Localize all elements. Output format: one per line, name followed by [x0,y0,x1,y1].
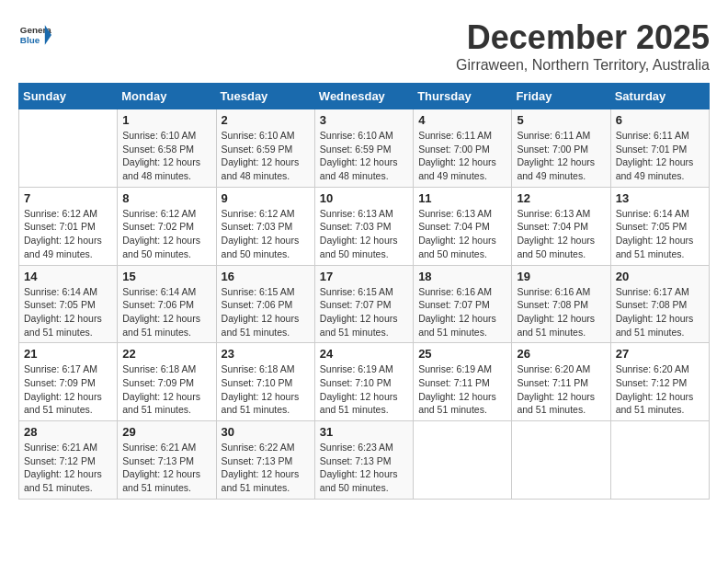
calendar-cell: 25Sunrise: 6:19 AMSunset: 7:11 PMDayligh… [414,343,512,421]
day-number: 1 [122,113,210,127]
calendar-cell: 17Sunrise: 6:15 AMSunset: 7:07 PMDayligh… [314,265,413,343]
logo: General Blue [18,18,51,52]
day-info: Sunrise: 6:14 AMSunset: 7:06 PMDaylight:… [122,285,210,339]
calendar-cell: 12Sunrise: 6:13 AMSunset: 7:04 PMDayligh… [512,187,610,265]
day-number: 13 [616,191,704,205]
day-number: 31 [320,425,408,439]
day-number: 11 [418,191,506,205]
day-info: Sunrise: 6:18 AMSunset: 7:10 PMDaylight:… [222,362,310,417]
calendar-cell: 14Sunrise: 6:14 AMSunset: 7:05 PMDayligh… [19,265,118,343]
day-info: Sunrise: 6:13 AMSunset: 7:03 PMDaylight:… [320,207,408,261]
day-number: 26 [517,347,605,361]
calendar-cell: 24Sunrise: 6:19 AMSunset: 7:10 PMDayligh… [314,343,413,421]
day-info: Sunrise: 6:17 AMSunset: 7:09 PMDaylight:… [24,362,112,417]
day-number: 25 [418,347,506,361]
calendar-cell [512,421,610,500]
svg-text:Blue: Blue [20,35,40,45]
calendar-week-3: 14Sunrise: 6:14 AMSunset: 7:05 PMDayligh… [19,265,710,343]
day-number: 22 [122,347,210,361]
column-header-tuesday: Tuesday [216,84,314,109]
calendar-week-4: 21Sunrise: 6:17 AMSunset: 7:09 PMDayligh… [19,343,710,421]
day-info: Sunrise: 6:21 AMSunset: 7:13 PMDaylight:… [122,441,210,495]
day-info: Sunrise: 6:14 AMSunset: 7:05 PMDaylight:… [24,285,112,339]
header-row: SundayMondayTuesdayWednesdayThursdayFrid… [19,84,710,109]
day-info: Sunrise: 6:15 AMSunset: 7:07 PMDaylight:… [320,285,408,339]
day-info: Sunrise: 6:10 AMSunset: 6:58 PMDaylight:… [122,129,210,183]
calendar-cell: 5Sunrise: 6:11 AMSunset: 7:00 PMDaylight… [512,109,610,188]
day-info: Sunrise: 6:11 AMSunset: 7:00 PMDaylight:… [418,129,506,183]
day-number: 20 [616,270,704,283]
calendar-cell: 3Sunrise: 6:10 AMSunset: 6:59 PMDaylight… [314,109,413,188]
day-number: 12 [517,191,605,205]
day-number: 16 [222,270,310,283]
day-info: Sunrise: 6:16 AMSunset: 7:08 PMDaylight:… [517,285,605,339]
column-header-monday: Monday [118,84,216,109]
header: General Blue December 2025 Girraween, No… [18,18,710,74]
day-info: Sunrise: 6:23 AMSunset: 7:13 PMDaylight:… [320,441,408,495]
day-info: Sunrise: 6:20 AMSunset: 7:11 PMDaylight:… [517,362,605,417]
day-info: Sunrise: 6:14 AMSunset: 7:05 PMDaylight:… [616,207,704,261]
calendar-cell: 15Sunrise: 6:14 AMSunset: 7:06 PMDayligh… [118,265,216,343]
calendar-week-1: 1Sunrise: 6:10 AMSunset: 6:58 PMDaylight… [19,109,710,188]
calendar-cell: 26Sunrise: 6:20 AMSunset: 7:11 PMDayligh… [512,343,610,421]
calendar-cell: 20Sunrise: 6:17 AMSunset: 7:08 PMDayligh… [610,265,709,343]
calendar-week-5: 28Sunrise: 6:21 AMSunset: 7:12 PMDayligh… [19,421,710,500]
day-info: Sunrise: 6:13 AMSunset: 7:04 PMDaylight:… [418,207,506,261]
day-info: Sunrise: 6:11 AMSunset: 7:01 PMDaylight:… [616,129,704,183]
column-header-sunday: Sunday [19,84,118,109]
month-title: December 2025 [456,18,710,57]
day-number: 4 [418,113,506,127]
calendar-cell: 29Sunrise: 6:21 AMSunset: 7:13 PMDayligh… [118,421,216,500]
column-header-thursday: Thursday [414,84,512,109]
calendar-cell: 31Sunrise: 6:23 AMSunset: 7:13 PMDayligh… [314,421,413,500]
day-info: Sunrise: 6:22 AMSunset: 7:13 PMDaylight:… [222,441,310,495]
day-number: 5 [517,113,605,127]
day-info: Sunrise: 6:17 AMSunset: 7:08 PMDaylight:… [616,285,704,339]
day-info: Sunrise: 6:16 AMSunset: 7:07 PMDaylight:… [418,285,506,339]
calendar-cell: 8Sunrise: 6:12 AMSunset: 7:02 PMDaylight… [118,187,216,265]
day-info: Sunrise: 6:10 AMSunset: 6:59 PMDaylight:… [320,129,408,183]
day-number: 28 [24,425,112,439]
calendar-cell: 28Sunrise: 6:21 AMSunset: 7:12 PMDayligh… [19,421,118,500]
day-number: 17 [320,270,408,283]
column-header-saturday: Saturday [610,84,709,109]
day-info: Sunrise: 6:19 AMSunset: 7:11 PMDaylight:… [418,362,506,417]
calendar-cell: 13Sunrise: 6:14 AMSunset: 7:05 PMDayligh… [610,187,709,265]
day-number: 30 [222,425,310,439]
calendar-cell: 6Sunrise: 6:11 AMSunset: 7:01 PMDaylight… [610,109,709,188]
calendar-cell: 27Sunrise: 6:20 AMSunset: 7:12 PMDayligh… [610,343,709,421]
logo-icon: General Blue [18,18,51,52]
day-info: Sunrise: 6:20 AMSunset: 7:12 PMDaylight:… [616,362,704,417]
day-number: 2 [222,113,310,127]
day-number: 19 [517,270,605,283]
calendar-cell: 19Sunrise: 6:16 AMSunset: 7:08 PMDayligh… [512,265,610,343]
day-info: Sunrise: 6:12 AMSunset: 7:03 PMDaylight:… [222,207,310,261]
day-info: Sunrise: 6:19 AMSunset: 7:10 PMDaylight:… [320,362,408,417]
day-number: 23 [222,347,310,361]
day-info: Sunrise: 6:10 AMSunset: 6:59 PMDaylight:… [222,129,310,183]
day-info: Sunrise: 6:13 AMSunset: 7:04 PMDaylight:… [517,207,605,261]
day-number: 14 [24,270,112,283]
day-number: 15 [122,270,210,283]
calendar-cell [414,421,512,500]
column-header-friday: Friday [512,84,610,109]
calendar-cell: 4Sunrise: 6:11 AMSunset: 7:00 PMDaylight… [414,109,512,188]
day-number: 6 [616,113,704,127]
subtitle: Girraween, Northern Territory, Australia [456,57,710,74]
day-info: Sunrise: 6:12 AMSunset: 7:01 PMDaylight:… [24,207,112,261]
calendar-table: SundayMondayTuesdayWednesdayThursdayFrid… [18,83,710,500]
calendar-cell [610,421,709,500]
day-info: Sunrise: 6:21 AMSunset: 7:12 PMDaylight:… [24,441,112,495]
day-number: 7 [24,191,112,205]
day-number: 29 [122,425,210,439]
calendar-cell: 9Sunrise: 6:12 AMSunset: 7:03 PMDaylight… [216,187,314,265]
day-number: 18 [418,270,506,283]
column-header-wednesday: Wednesday [314,84,413,109]
day-number: 3 [320,113,408,127]
calendar-cell: 30Sunrise: 6:22 AMSunset: 7:13 PMDayligh… [216,421,314,500]
calendar-cell [19,109,118,188]
calendar-cell: 22Sunrise: 6:18 AMSunset: 7:09 PMDayligh… [118,343,216,421]
calendar-cell: 1Sunrise: 6:10 AMSunset: 6:58 PMDaylight… [118,109,216,188]
day-info: Sunrise: 6:11 AMSunset: 7:00 PMDaylight:… [517,129,605,183]
calendar-cell: 23Sunrise: 6:18 AMSunset: 7:10 PMDayligh… [216,343,314,421]
